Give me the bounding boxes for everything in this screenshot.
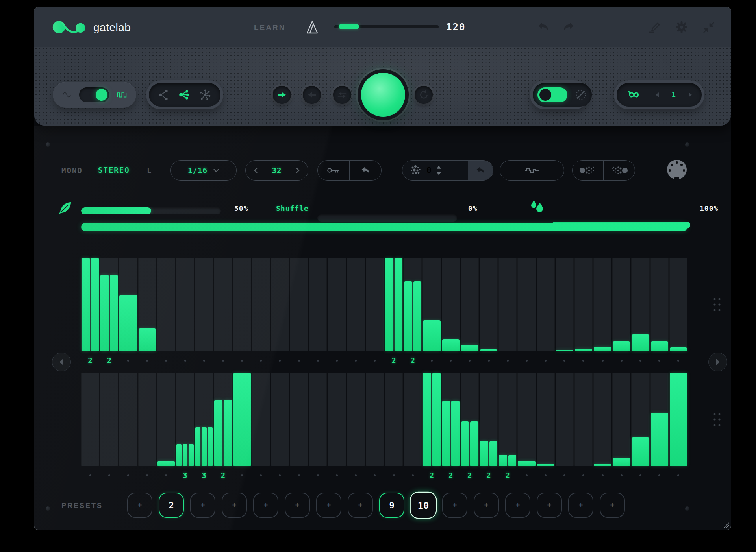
step-marker[interactable]	[537, 466, 555, 484]
step-marker[interactable]	[347, 351, 365, 369]
shuffle-slider[interactable]	[317, 214, 457, 222]
rate-select[interactable]: 1/16	[170, 160, 237, 181]
step-cell[interactable]	[650, 258, 669, 351]
network-complex-icon[interactable]	[199, 89, 211, 101]
step-marker[interactable]	[612, 466, 630, 484]
step-cell[interactable]	[669, 258, 687, 351]
step-marker[interactable]	[309, 466, 327, 484]
step-marker[interactable]	[100, 466, 118, 484]
step-cell[interactable]	[214, 258, 232, 351]
ratchet-count[interactable]: 2	[480, 466, 498, 484]
step-cell[interactable]	[461, 373, 479, 466]
step-cell[interactable]	[593, 258, 611, 351]
dice-off-icon[interactable]	[574, 89, 587, 101]
step-cell[interactable]	[404, 258, 422, 351]
step-cell[interactable]	[480, 373, 498, 466]
preset-slot-empty[interactable]: +	[253, 493, 278, 518]
preset-slot-9[interactable]: 9	[379, 493, 404, 518]
share-simple-icon[interactable]	[158, 89, 169, 101]
preset-slot-empty[interactable]: +	[537, 493, 562, 518]
step-cell[interactable]	[195, 258, 213, 351]
chevron-left-icon[interactable]	[254, 167, 258, 174]
step-cell[interactable]	[309, 258, 327, 351]
step-cell[interactable]	[271, 258, 289, 351]
step-cell[interactable]	[517, 258, 536, 351]
step-cell[interactable]	[157, 373, 175, 466]
preset-slot-empty[interactable]: +	[505, 493, 530, 518]
step-cell[interactable]	[612, 373, 630, 466]
redo-icon[interactable]	[563, 21, 574, 32]
step-marker[interactable]	[631, 351, 649, 369]
step-cell[interactable]	[574, 258, 593, 351]
preset-slot-2[interactable]: 2	[159, 493, 184, 518]
step-cell[interactable]	[385, 258, 403, 351]
step-cell[interactable]	[100, 373, 118, 466]
step-marker[interactable]	[271, 466, 289, 484]
step-cell[interactable]	[347, 373, 365, 466]
ratchet-count[interactable]: 3	[195, 466, 213, 484]
step-cell[interactable]	[422, 373, 441, 466]
step-cell[interactable]	[385, 373, 403, 466]
undo-icon[interactable]	[537, 21, 549, 32]
step-cell[interactable]	[650, 373, 669, 466]
step-marker[interactable]	[669, 466, 687, 484]
step-marker[interactable]	[366, 466, 384, 484]
step-marker[interactable]	[195, 351, 213, 369]
preset-slot-empty[interactable]: +	[474, 493, 499, 518]
step-marker[interactable]	[309, 351, 327, 369]
ratchet-count[interactable]: 2	[81, 351, 99, 369]
step-cell[interactable]	[574, 373, 593, 466]
tempo-slider-handle[interactable]	[339, 24, 359, 29]
direction-forward-button[interactable]	[273, 86, 291, 104]
step-cell[interactable]	[81, 258, 99, 351]
channel-left-button[interactable]: L	[147, 166, 152, 175]
step-marker[interactable]	[631, 466, 649, 484]
tempo-value[interactable]: 120	[446, 22, 465, 33]
row-drag-handle[interactable]	[712, 412, 722, 427]
step-marker[interactable]	[252, 466, 270, 484]
step-marker[interactable]	[385, 466, 403, 484]
step-marker[interactable]	[537, 351, 555, 369]
direction-pingpong-button[interactable]	[333, 86, 351, 104]
step-cell[interactable]	[669, 373, 687, 466]
preset-slot-empty[interactable]: +	[600, 493, 625, 518]
step-marker[interactable]	[517, 351, 536, 369]
tempo-slider[interactable]	[334, 25, 439, 28]
step-marker[interactable]	[271, 351, 289, 369]
midi-connector-icon[interactable]	[666, 159, 688, 181]
edit-pencil-icon[interactable]	[647, 20, 661, 34]
step-marker[interactable]	[157, 351, 175, 369]
smooth-slider[interactable]	[81, 207, 221, 214]
step-marker[interactable]	[422, 351, 441, 369]
step-marker[interactable]	[157, 466, 175, 484]
loop-next-icon[interactable]	[687, 92, 693, 98]
step-cell[interactable]	[119, 373, 137, 466]
random-reset-button[interactable]	[468, 161, 493, 180]
step-cell[interactable]	[195, 373, 213, 466]
metronome-icon[interactable]	[304, 19, 320, 35]
step-cell[interactable]	[233, 258, 251, 351]
step-cell[interactable]	[422, 258, 441, 351]
preset-slot-empty[interactable]: +	[316, 493, 341, 518]
stereo-mode-button[interactable]: STEREO	[98, 166, 130, 174]
step-cell[interactable]	[442, 258, 460, 351]
step-cell[interactable]	[157, 258, 175, 351]
step-cell[interactable]	[119, 258, 137, 351]
preset-slot-empty[interactable]: +	[190, 493, 215, 518]
step-cell[interactable]	[347, 258, 365, 351]
step-marker[interactable]	[442, 351, 460, 369]
step-marker[interactable]	[650, 351, 669, 369]
step-cell[interactable]	[138, 373, 156, 466]
step-marker[interactable]	[233, 466, 251, 484]
step-cell[interactable]	[81, 373, 99, 466]
power-button[interactable]	[361, 73, 405, 117]
step-cell[interactable]	[252, 258, 270, 351]
preset-slot-10[interactable]: 10	[410, 492, 437, 519]
wave-shape-toggle[interactable]	[79, 87, 109, 102]
step-cell[interactable]	[366, 373, 384, 466]
dissolve-left-button[interactable]	[573, 165, 603, 175]
ratchet-count[interactable]: 2	[461, 466, 479, 484]
step-marker[interactable]	[498, 351, 517, 369]
step-cell[interactable]	[404, 373, 422, 466]
infinite-loop-icon[interactable]	[625, 89, 643, 101]
